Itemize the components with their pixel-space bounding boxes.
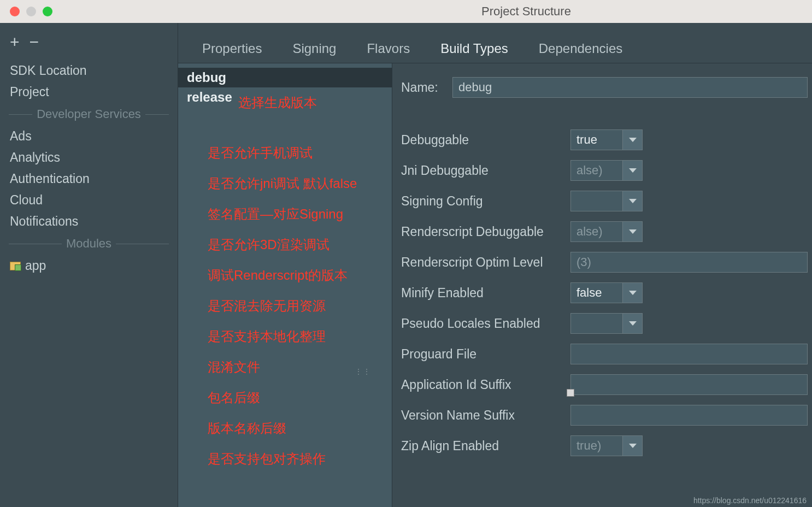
form-row: Pseudo Locales Enabled xyxy=(401,308,808,339)
form-row: Application Id Suffix xyxy=(401,369,808,400)
content: Properties Signing Flavors Build Types D… xyxy=(178,23,812,507)
form-label: Pseudo Locales Enabled xyxy=(401,316,564,331)
chevron-down-icon[interactable] xyxy=(622,191,642,211)
combo[interactable] xyxy=(570,313,643,334)
form-row: Zip Align Enabledtrue) xyxy=(401,431,808,461)
chevron-down-icon[interactable] xyxy=(622,283,642,303)
form-label: Zip Align Enabled xyxy=(401,439,564,453)
form-row: Proguard File xyxy=(401,339,808,369)
sidebar-item-analytics[interactable]: Analytics xyxy=(0,147,178,168)
combo-value: true) xyxy=(571,436,622,456)
form-label: Minify Enabled xyxy=(401,286,564,300)
chevron-down-icon[interactable] xyxy=(622,314,642,333)
text-input[interactable] xyxy=(570,252,808,273)
combo-value: true xyxy=(571,130,622,150)
chevron-down-icon[interactable] xyxy=(622,222,642,241)
window-controls xyxy=(0,7,52,16)
label-name: Name: xyxy=(401,80,446,95)
tab-properties[interactable]: Properties xyxy=(198,34,266,63)
sidebar-item-app[interactable]: app xyxy=(0,255,178,276)
combo[interactable]: true) xyxy=(570,435,643,456)
remove-icon[interactable]: − xyxy=(30,33,39,51)
main: + − SDK Location Project Developer Servi… xyxy=(0,23,812,507)
sidebar-item-sdk-location[interactable]: SDK Location xyxy=(0,60,178,81)
form-label: Version Name Suffix xyxy=(401,408,564,423)
module-icon xyxy=(10,262,21,270)
input-name[interactable] xyxy=(452,77,808,98)
combo[interactable]: true xyxy=(570,129,643,150)
drag-handle-icon[interactable]: ⋮⋮ xyxy=(355,367,371,376)
form-row: Minify Enabledfalse xyxy=(401,278,808,308)
combo-value: alse) xyxy=(571,161,622,180)
maximize-icon[interactable] xyxy=(43,7,52,16)
combo-value xyxy=(571,191,622,211)
variant-list: debug release xyxy=(178,63,392,507)
sidebar-item-ads[interactable]: Ads xyxy=(0,126,178,147)
combo[interactable] xyxy=(570,191,643,211)
tabs: Properties Signing Flavors Build Types D… xyxy=(178,23,812,63)
form-row: Renderscript Optim Level xyxy=(401,247,808,278)
sidebar-toolbar: + − xyxy=(0,27,178,60)
sidebar-section-modules: Modules xyxy=(0,232,178,255)
combo-value: alse) xyxy=(571,222,622,241)
form-label: Signing Config xyxy=(401,194,564,209)
form-row: Renderscript Debuggablealse) xyxy=(401,216,808,247)
form-label: Proguard File xyxy=(401,347,564,362)
form-label: Renderscript Optim Level xyxy=(401,255,564,270)
combo-value: false xyxy=(571,283,622,303)
form-label: Jni Debuggable xyxy=(401,163,564,178)
form-row: Signing Config xyxy=(401,186,808,216)
form-label: Application Id Suffix xyxy=(401,378,564,392)
text-input[interactable] xyxy=(570,374,808,395)
sidebar-item-notifications[interactable]: Notifications xyxy=(0,211,178,232)
module-label: app xyxy=(25,258,46,273)
text-input[interactable] xyxy=(570,405,808,426)
form: Name: DebuggabletrueJni Debuggablealse)S… xyxy=(392,63,812,507)
content-body: debug release Name: DebuggabletrueJni De… xyxy=(178,63,812,507)
tab-build-types[interactable]: Build Types xyxy=(436,34,513,63)
sidebar-item-project[interactable]: Project xyxy=(0,81,178,103)
form-row: Version Name Suffix xyxy=(401,400,808,431)
sidebar: + − SDK Location Project Developer Servi… xyxy=(0,23,178,507)
form-label: Renderscript Debuggable xyxy=(401,225,564,239)
combo-value xyxy=(571,314,622,333)
sidebar-section-dev-services: Developer Services xyxy=(0,103,178,126)
sidebar-item-authentication[interactable]: Authentication xyxy=(0,168,178,190)
variant-release[interactable]: release xyxy=(178,87,392,107)
watermark: https://blog.csdn.net/u012241616 xyxy=(693,496,807,505)
chevron-down-icon[interactable] xyxy=(622,436,642,456)
chevron-down-icon[interactable] xyxy=(622,130,642,150)
row-name: Name: xyxy=(401,72,808,103)
combo[interactable]: alse) xyxy=(570,160,643,181)
form-row: Debuggabletrue xyxy=(401,125,808,155)
form-row: Jni Debuggablealse) xyxy=(401,155,808,186)
variant-debug[interactable]: debug xyxy=(178,68,392,87)
sidebar-item-cloud[interactable]: Cloud xyxy=(0,190,178,211)
combo[interactable]: false xyxy=(570,282,643,303)
minimize-icon[interactable] xyxy=(26,7,36,16)
window-title: Project Structure xyxy=(481,4,571,19)
resize-handle-icon[interactable] xyxy=(567,389,574,397)
chevron-down-icon[interactable] xyxy=(622,161,642,180)
close-icon[interactable] xyxy=(10,7,20,16)
tab-signing[interactable]: Signing xyxy=(288,34,340,63)
form-label: Debuggable xyxy=(401,133,564,148)
tab-flavors[interactable]: Flavors xyxy=(362,34,414,63)
add-icon[interactable]: + xyxy=(10,33,20,51)
combo[interactable]: alse) xyxy=(570,221,643,242)
tab-dependencies[interactable]: Dependencies xyxy=(534,34,627,63)
text-input[interactable] xyxy=(570,344,808,364)
titlebar: Project Structure xyxy=(0,0,812,23)
